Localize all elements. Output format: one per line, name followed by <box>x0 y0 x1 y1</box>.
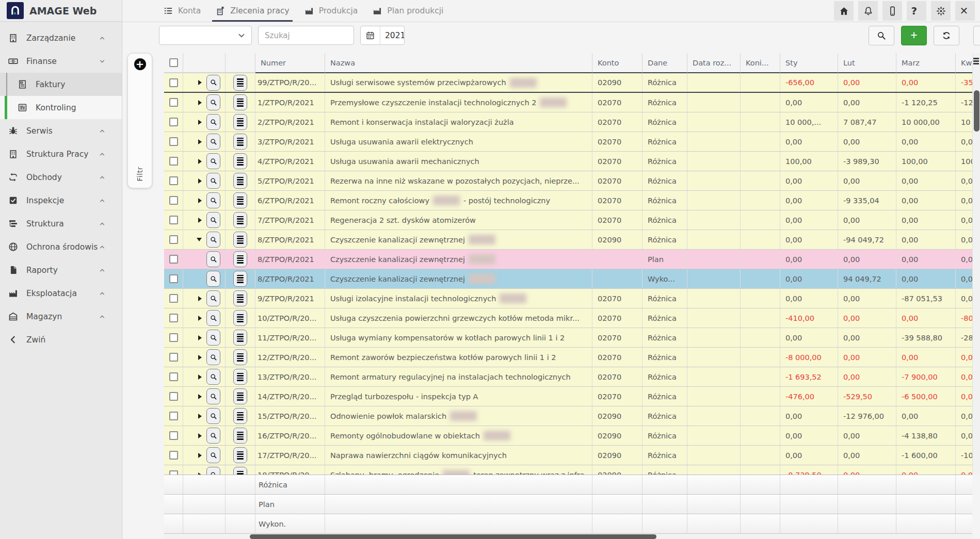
tab-zlecenia-pracy[interactable]: Zlecenia pracy <box>212 0 292 22</box>
expand-arrow-icon[interactable] <box>198 335 202 340</box>
row-checkbox[interactable] <box>169 372 178 381</box>
row-detail-button[interactable] <box>206 369 220 385</box>
row-menu-button[interactable] <box>233 428 247 444</box>
refresh-button[interactable] <box>934 26 959 45</box>
filter-add-icon[interactable]: + <box>134 58 146 70</box>
table-row[interactable]: 99/ZTPO/R/20... Usługi serwisowe systemó… <box>164 73 972 93</box>
table-row[interactable]: 11/ZTPO/R/20... Usługa wymiany kompensat… <box>164 328 972 348</box>
expand-arrow-icon[interactable] <box>198 355 202 360</box>
row-detail-button[interactable] <box>206 330 220 346</box>
row-menu-button[interactable] <box>233 232 247 248</box>
sidebar-item-struktura[interactable]: Struktura <box>0 212 122 235</box>
row-menu-button[interactable] <box>233 467 247 475</box>
table-row[interactable]: 1/ZTPO/R/2021 Przemysłowe czyszczenie in… <box>164 93 972 112</box>
row-menu-button[interactable] <box>233 310 247 326</box>
column-header-numer[interactable]: Numer <box>255 53 325 73</box>
expand-arrow-icon[interactable] <box>198 120 202 125</box>
select-all-checkbox[interactable] <box>169 58 178 67</box>
sidebar-item-obchody[interactable]: Obchody <box>0 166 122 189</box>
row-detail-button[interactable] <box>206 134 220 150</box>
expand-arrow-icon[interactable] <box>198 198 202 203</box>
row-menu-button[interactable] <box>233 75 247 91</box>
home-button[interactable] <box>834 1 854 21</box>
table-row[interactable]: 17/ZTPO/R/20... Naprawa nawierzchni ciąg… <box>164 446 972 465</box>
row-checkbox[interactable] <box>169 431 178 440</box>
sidebar-item-serwis[interactable]: Serwis <box>0 119 122 142</box>
filter-type-select[interactable] <box>159 26 252 45</box>
table-row[interactable]: 6/ZTPO/R/2021 Remont roczny całościowy- … <box>164 191 972 210</box>
expand-arrow-icon[interactable] <box>198 433 202 438</box>
sidebar-item-faktury[interactable]: § Faktury <box>0 73 122 96</box>
table-row[interactable]: 16/ZTPO/R/20... Remonty ogólnobudowlane … <box>164 426 972 446</box>
row-detail-button[interactable] <box>206 212 220 228</box>
close-button[interactable]: ✕ <box>955 1 975 21</box>
row-checkbox[interactable] <box>169 157 178 166</box>
column-header-kwi[interactable]: Kwi <box>956 53 972 73</box>
row-detail-button[interactable] <box>206 428 220 444</box>
calendar-icon[interactable] <box>361 26 380 44</box>
search-input[interactable] <box>258 26 354 45</box>
sidebar-item-struktura-pracy[interactable]: Struktura Pracy <box>0 142 122 166</box>
table-row[interactable]: 5/ZTPO/R/2021 Rezerwa na inne niż wskaza… <box>164 171 972 191</box>
sidebar-item-finanse[interactable]: Finanse <box>0 50 122 73</box>
row-detail-button[interactable] <box>206 349 220 365</box>
row-menu-button[interactable] <box>233 94 247 110</box>
row-checkbox[interactable] <box>169 294 178 303</box>
expand-arrow-icon[interactable] <box>198 178 202 184</box>
row-checkbox[interactable] <box>169 78 178 87</box>
expand-arrow-icon[interactable] <box>198 472 202 475</box>
row-menu-button[interactable] <box>233 153 247 169</box>
column-header-konto[interactable]: Konto <box>592 53 642 73</box>
row-detail-button[interactable] <box>206 75 220 91</box>
row-checkbox[interactable] <box>169 255 178 264</box>
expand-arrow-icon[interactable] <box>198 218 202 223</box>
table-row[interactable]: 10/ZTPO/R/20... Usługa czyszczenia powie… <box>164 308 972 328</box>
row-detail-button[interactable] <box>206 153 220 169</box>
collapse-arrow-icon[interactable] <box>197 238 202 241</box>
row-checkbox[interactable] <box>169 137 178 146</box>
sidebar-item-kontroling[interactable]: Kontroling <box>0 96 122 119</box>
row-checkbox[interactable] <box>169 196 178 205</box>
row-checkbox[interactable] <box>169 98 178 107</box>
tab-produkcja[interactable]: Produkcja <box>301 0 361 22</box>
table-row[interactable]: 9/ZTPO/R/2021 Usługi izolacyjne instalac… <box>164 289 972 308</box>
row-checkbox[interactable] <box>169 451 178 460</box>
row-checkbox[interactable] <box>169 216 178 224</box>
search-button[interactable] <box>869 26 894 45</box>
row-menu-button[interactable] <box>233 251 247 267</box>
row-menu-button[interactable] <box>233 192 247 208</box>
expand-arrow-icon[interactable] <box>198 414 202 419</box>
expand-arrow-icon[interactable] <box>198 80 202 85</box>
sidebar-item-eksploatacja[interactable]: Eksploatacja <box>0 282 122 305</box>
expand-arrow-icon[interactable] <box>198 453 202 458</box>
row-menu-button[interactable] <box>233 290 247 306</box>
row-checkbox[interactable] <box>169 333 178 342</box>
mobile-app-button[interactable] <box>882 1 902 21</box>
row-checkbox[interactable] <box>169 353 178 362</box>
sidebar-item-zarządzanie[interactable]: Zarządzanie <box>0 26 122 50</box>
row-menu-button[interactable] <box>233 349 247 365</box>
row-checkbox[interactable] <box>169 235 178 244</box>
row-detail-button[interactable] <box>206 173 220 189</box>
expand-arrow-icon[interactable] <box>198 139 202 144</box>
grid-menu-icon[interactable] <box>973 58 979 64</box>
clipped-edge-button[interactable] <box>973 26 980 45</box>
sidebar-item-raporty[interactable]: Raporty <box>0 258 122 282</box>
table-row[interactable]: 8/ZTPO/R/2021 Czyszczenie kanalizacji ze… <box>164 250 972 269</box>
column-header-koni[interactable]: Koni... <box>741 53 780 73</box>
row-menu-button[interactable] <box>233 212 247 228</box>
row-detail-button[interactable] <box>206 310 220 326</box>
row-checkbox[interactable] <box>169 470 178 475</box>
row-menu-button[interactable] <box>233 173 247 189</box>
vertical-scrollbar-thumb[interactable] <box>974 90 979 132</box>
row-checkbox[interactable] <box>169 118 178 126</box>
sidebar-item-magazyn[interactable]: Magazyn <box>0 305 122 328</box>
year-input[interactable] <box>380 31 404 40</box>
row-detail-button[interactable] <box>206 408 220 424</box>
row-menu-button[interactable] <box>233 369 247 385</box>
row-checkbox[interactable] <box>169 412 178 420</box>
table-row[interactable]: 7/ZTPO/R/2021 Regeneracja 2 szt. dysków … <box>164 210 972 230</box>
filter-panel-toggle[interactable]: + Filtr <box>127 53 152 188</box>
row-menu-button[interactable] <box>233 408 247 424</box>
notifications-button[interactable] <box>858 1 878 21</box>
